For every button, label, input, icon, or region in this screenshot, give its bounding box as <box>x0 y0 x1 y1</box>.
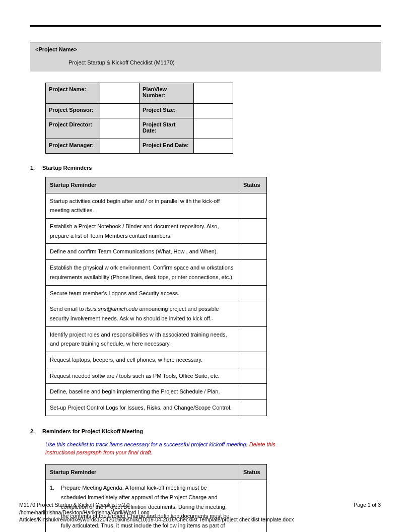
status-cell <box>239 219 267 244</box>
reminder-cell: Startup activities could begin after and… <box>46 193 239 218</box>
info-value <box>194 104 233 118</box>
col-header-status: Status <box>239 177 267 193</box>
project-info-table: Project Name: PlanView Number: Project S… <box>45 83 233 154</box>
reminder-cell: Establish a Project Notebook / Binder an… <box>46 219 239 244</box>
section-1-heading: 1.Startup Reminders <box>30 165 381 171</box>
reminder-cell: Identify project roles and responsibilit… <box>46 326 239 352</box>
top-rule <box>30 25 381 27</box>
reminder-cell: Define, baseline and begin implementing … <box>46 384 239 400</box>
reminder-cell: Secure team member's Logons and Security… <box>46 285 239 301</box>
col-header-status: Status <box>239 464 267 480</box>
info-label: Project Director: <box>46 118 100 139</box>
col-header-reminder: Startup Reminder <box>46 177 239 193</box>
info-value <box>100 83 140 104</box>
info-value <box>194 83 233 104</box>
page-number: Page 1 of 3 <box>354 501 381 508</box>
status-cell <box>239 384 267 400</box>
status-cell <box>239 244 267 260</box>
status-cell <box>239 301 267 326</box>
status-cell <box>239 260 267 285</box>
info-label: Project Start Date: <box>140 118 194 139</box>
col-header-reminder: Startup Reminder <box>46 464 239 480</box>
reminder-cell: Define and confirm Team Communications (… <box>46 244 239 260</box>
info-label: PlanView Number: <box>140 83 194 104</box>
info-label: Project Size: <box>140 104 194 118</box>
info-label: Project Sponsor: <box>46 104 100 118</box>
status-cell <box>239 368 267 384</box>
footer-line: /home/harikrishna/Desktop/Harikrishna/Ap… <box>19 509 381 516</box>
info-label: Project End Date: <box>140 139 194 154</box>
startup-reminders-table: Startup Reminder Status Startup activiti… <box>45 177 267 416</box>
instruction-text: Use this checklist to track items necess… <box>45 440 282 457</box>
status-cell <box>239 326 267 352</box>
info-label: Project Name: <box>46 83 100 104</box>
project-name-placeholder: <Project Name> <box>35 46 376 52</box>
page-footer: Page 1 of 3 M1170 Project Startup & Kick… <box>19 501 381 523</box>
info-value <box>100 118 140 139</box>
status-cell <box>239 352 267 368</box>
status-cell <box>239 193 267 218</box>
document-subtitle: Project Startup & Kickoff Checklist (M11… <box>35 59 376 65</box>
reminder-cell: Establish the physical w ork environment… <box>46 260 239 285</box>
document-page: <Project Name> Project Startup & Kickoff… <box>0 0 411 532</box>
status-cell <box>239 285 267 301</box>
info-value <box>194 139 233 154</box>
reminder-cell: Send email to its.is.sns@umich.edu annou… <box>46 301 239 326</box>
reminder-cell: Request laptops, beepers, and cell phone… <box>46 352 239 368</box>
footer-line: M1170 Project Startup & Kickoff Checklis… <box>19 501 381 508</box>
reminder-cell: Request needed softw are / tools such as… <box>46 368 239 384</box>
title-block: <Project Name> Project Startup & Kickoff… <box>30 42 381 72</box>
info-value <box>100 139 140 154</box>
footer-line: Articles/Kinshuk/rewordkeywords12042016k… <box>19 516 381 523</box>
info-label: Project Manager: <box>46 139 100 154</box>
section-2-heading: 2.Reminders for Project Kickoff Meeting <box>30 428 381 434</box>
reminder-cell: Set-up Project Control Logs for Issues, … <box>46 400 239 416</box>
info-value <box>100 104 140 118</box>
info-value <box>194 118 233 139</box>
status-cell <box>239 400 267 416</box>
